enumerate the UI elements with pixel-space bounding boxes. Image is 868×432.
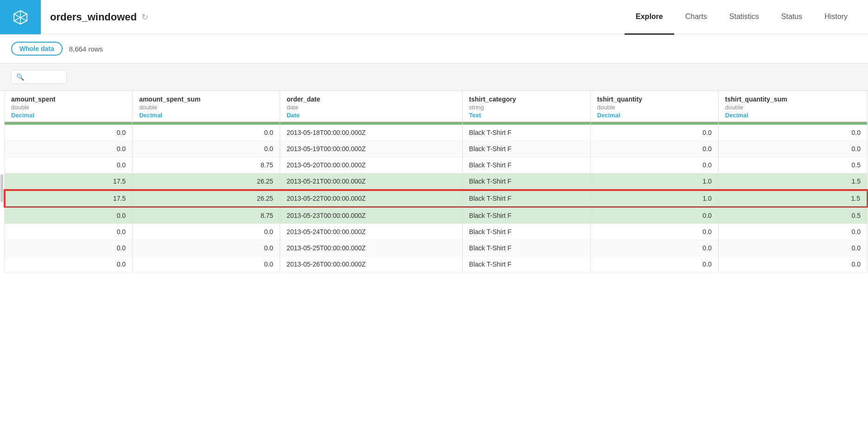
col-label: amount_spent_sum bbox=[139, 95, 200, 103]
table-cell-tshirt_quantity: 0.0 bbox=[590, 240, 718, 256]
dataset-title: orders_windowed bbox=[50, 11, 137, 23]
table-cell-amount_spent: 17.5 bbox=[5, 190, 133, 207]
tab-explore[interactable]: Explore bbox=[625, 0, 674, 35]
table-cell-tshirt_category: Black T-Shirt F bbox=[462, 125, 590, 141]
table-cell-amount_spent: 0.0 bbox=[5, 240, 133, 256]
table-cell-amount_spent: 0.0 bbox=[5, 141, 133, 157]
col-category-tshirt_quantity[interactable]: Decimal bbox=[597, 112, 712, 119]
table-cell-tshirt_quantity: 0.0 bbox=[590, 141, 718, 157]
table-cell-tshirt_quantity: 0.0 bbox=[590, 125, 718, 141]
table-cell-tshirt_quantity_sum: 1.5 bbox=[718, 173, 867, 190]
table-cell-tshirt_quantity: 0.0 bbox=[590, 256, 718, 273]
table-cell-order_date: 2013-05-23T00:00:00.000Z bbox=[280, 207, 462, 224]
table-cell-order_date: 2013-05-18T00:00:00.000Z bbox=[280, 125, 462, 141]
col-type: date bbox=[287, 104, 455, 111]
table-cell-amount_spent: 0.0 bbox=[5, 256, 133, 273]
table-cell-amount_spent: 0.0 bbox=[5, 157, 133, 173]
table-cell-amount_spent_sum: 0.0 bbox=[133, 141, 280, 157]
table-cell-order_date: 2013-05-26T00:00:00.000Z bbox=[280, 256, 462, 273]
table-cell-amount_spent: 0.0 bbox=[5, 224, 133, 240]
col-type: double bbox=[11, 104, 126, 111]
table-wrapper: amount_spent double Decimal amount_spent… bbox=[0, 91, 868, 432]
col-label: tshirt_quantity bbox=[597, 95, 642, 103]
table-row[interactable]: 0.08.752013-05-20T00:00:00.000ZBlack T-S… bbox=[5, 157, 868, 173]
col-type: double bbox=[139, 104, 273, 111]
col-category-amount_spent[interactable]: Decimal bbox=[11, 112, 126, 119]
app-logo-icon bbox=[10, 7, 31, 27]
col-header-amount_spent: amount_spent double Decimal bbox=[5, 91, 133, 122]
row-count: 8,664 rows bbox=[69, 45, 103, 53]
tab-statistics[interactable]: Statistics bbox=[718, 0, 770, 35]
table-cell-tshirt_quantity: 0.0 bbox=[590, 207, 718, 224]
col-category-amount_spent_sum[interactable]: Decimal bbox=[139, 112, 273, 119]
col-category-order_date[interactable]: Date bbox=[287, 112, 455, 119]
table-cell-order_date: 2013-05-22T00:00:00.000Z bbox=[280, 190, 462, 207]
table-cell-order_date: 2013-05-20T00:00:00.000Z bbox=[280, 157, 462, 173]
col-header-amount_spent_sum: amount_spent_sum double Decimal bbox=[133, 91, 280, 122]
table-cell-tshirt_category: Black T-Shirt F bbox=[462, 157, 590, 173]
table-cell-amount_spent: 0.0 bbox=[5, 207, 133, 224]
tab-charts[interactable]: Charts bbox=[674, 0, 718, 35]
table-row[interactable]: 0.00.02013-05-25T00:00:00.000ZBlack T-Sh… bbox=[5, 240, 868, 256]
table-row[interactable]: 0.00.02013-05-18T00:00:00.000ZBlack T-Sh… bbox=[5, 125, 868, 141]
table-cell-amount_spent_sum: 0.0 bbox=[133, 256, 280, 273]
table-cell-order_date: 2013-05-19T00:00:00.000Z bbox=[280, 141, 462, 157]
data-table: amount_spent double Decimal amount_spent… bbox=[4, 91, 868, 273]
table-row[interactable]: 0.00.02013-05-26T00:00:00.000ZBlack T-Sh… bbox=[5, 256, 868, 273]
table-cell-tshirt_category: Black T-Shirt F bbox=[462, 190, 590, 207]
table-cell-tshirt_quantity: 0.0 bbox=[590, 224, 718, 240]
table-body: 0.00.02013-05-18T00:00:00.000ZBlack T-Sh… bbox=[5, 125, 868, 273]
table-cell-tshirt_category: Black T-Shirt F bbox=[462, 224, 590, 240]
subheader: Whole data 8,664 rows bbox=[0, 34, 868, 64]
table-cell-tshirt_quantity: 0.0 bbox=[590, 157, 718, 173]
table-row[interactable]: 17.526.252013-05-22T00:00:00.000ZBlack T… bbox=[5, 190, 868, 207]
table-row[interactable]: 0.08.752013-05-23T00:00:00.000ZBlack T-S… bbox=[5, 207, 868, 224]
col-header-tshirt_quantity_sum: tshirt_quantity_sum double Decimal bbox=[718, 91, 867, 122]
table-cell-tshirt_quantity_sum: 0.0 bbox=[718, 141, 867, 157]
table-cell-tshirt_quantity_sum: 1.5 bbox=[718, 190, 867, 207]
table-cell-tshirt_quantity: 1.0 bbox=[590, 190, 718, 207]
table-cell-order_date: 2013-05-25T00:00:00.000Z bbox=[280, 240, 462, 256]
table-row[interactable]: 0.00.02013-05-24T00:00:00.000ZBlack T-Sh… bbox=[5, 224, 868, 240]
table-cell-tshirt_category: Black T-Shirt F bbox=[462, 173, 590, 190]
col-category-tshirt_quantity_sum[interactable]: Decimal bbox=[725, 112, 861, 119]
tab-history[interactable]: History bbox=[813, 0, 859, 35]
logo-box bbox=[0, 0, 41, 34]
sync-icon[interactable]: ↻ bbox=[141, 12, 148, 22]
table-cell-tshirt_quantity_sum: 0.0 bbox=[718, 125, 867, 141]
table-cell-tshirt_category: Black T-Shirt F bbox=[462, 141, 590, 157]
table-header-row: amount_spent double Decimal amount_spent… bbox=[5, 91, 868, 122]
col-type: double bbox=[725, 104, 861, 111]
table-cell-tshirt_quantity_sum: 0.0 bbox=[718, 256, 867, 273]
table-cell-tshirt_quantity_sum: 0.0 bbox=[718, 240, 867, 256]
table-cell-tshirt_quantity: 1.0 bbox=[590, 173, 718, 190]
col-header-tshirt_category: tshirt_category string Text bbox=[462, 91, 590, 122]
table-cell-order_date: 2013-05-24T00:00:00.000Z bbox=[280, 224, 462, 240]
whole-data-button[interactable]: Whole data bbox=[11, 42, 63, 56]
table-cell-tshirt_category: Black T-Shirt F bbox=[462, 240, 590, 256]
col-type: string bbox=[469, 104, 584, 111]
table-cell-order_date: 2013-05-21T00:00:00.000Z bbox=[280, 173, 462, 190]
table-row[interactable]: 17.526.252013-05-21T00:00:00.000ZBlack T… bbox=[5, 173, 868, 190]
table-cell-tshirt_quantity_sum: 0.0 bbox=[718, 224, 867, 240]
table-cell-amount_spent_sum: 0.0 bbox=[133, 224, 280, 240]
col-header-tshirt_quantity: tshirt_quantity double Decimal bbox=[590, 91, 718, 122]
main-content: Whole data 8,664 rows 🔍 amount_spent bbox=[0, 34, 868, 432]
nav-tabs: Explore Charts Statistics Status History bbox=[625, 0, 859, 34]
table-cell-amount_spent_sum: 8.75 bbox=[133, 207, 280, 224]
table-cell-amount_spent_sum: 0.0 bbox=[133, 125, 280, 141]
search-input[interactable] bbox=[26, 73, 63, 81]
col-category-tshirt_category[interactable]: Text bbox=[469, 112, 584, 119]
table-cell-amount_spent: 0.0 bbox=[5, 125, 133, 141]
table-row[interactable]: 0.00.02013-05-19T00:00:00.000ZBlack T-Sh… bbox=[5, 141, 868, 157]
col-label: amount_spent bbox=[11, 95, 56, 103]
table-cell-amount_spent: 17.5 bbox=[5, 173, 133, 190]
table-cell-amount_spent_sum: 26.25 bbox=[133, 173, 280, 190]
search-box: 🔍 bbox=[11, 70, 67, 84]
tab-status[interactable]: Status bbox=[770, 0, 813, 35]
search-area: 🔍 bbox=[0, 64, 868, 91]
col-label: tshirt_category bbox=[469, 95, 516, 103]
col-label: order_date bbox=[287, 95, 320, 103]
table-cell-tshirt_category: Black T-Shirt F bbox=[462, 256, 590, 273]
col-label: tshirt_quantity_sum bbox=[725, 95, 787, 103]
